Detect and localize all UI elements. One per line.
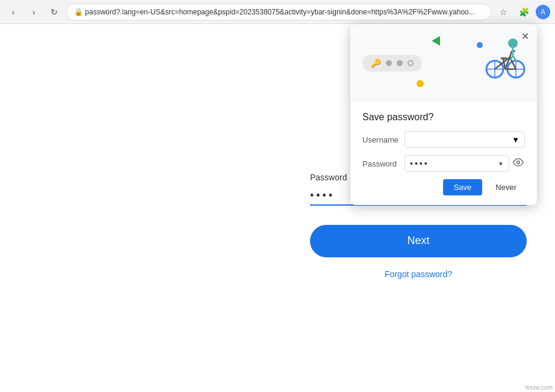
svg-point-15 bbox=[508, 38, 518, 48]
next-button[interactable]: Next bbox=[310, 225, 527, 257]
lock-icon: 🔒 bbox=[74, 8, 83, 16]
star-button[interactable]: ☆ bbox=[495, 4, 512, 20]
dot-filled-2 bbox=[397, 60, 403, 66]
pwd-eye-icon[interactable] bbox=[512, 156, 525, 171]
left-panel bbox=[0, 24, 282, 392]
extension-button[interactable]: 🧩 bbox=[515, 4, 532, 20]
reload-button[interactable]: ↻ bbox=[46, 4, 63, 20]
blue-dot-decoration bbox=[477, 42, 483, 48]
password-field: Password •••• ▼ bbox=[362, 155, 525, 172]
back-button[interactable]: ‹ bbox=[5, 4, 22, 20]
pwd-chevron-icon[interactable]: ▼ bbox=[498, 161, 504, 167]
username-dropdown[interactable]: ▼ bbox=[405, 131, 525, 148]
key-bubble: 🔑 bbox=[362, 55, 422, 72]
key-icon: 🔑 bbox=[371, 58, 381, 68]
dot-empty-1 bbox=[408, 60, 414, 66]
dialog-body: Save password? Username ▼ Password •••• … bbox=[350, 102, 537, 205]
save-button[interactable]: Save bbox=[443, 179, 483, 195]
never-button[interactable]: Never bbox=[487, 179, 525, 195]
username-chevron-icon: ▼ bbox=[512, 135, 519, 144]
watermark: wsxw.com bbox=[525, 384, 553, 391]
yellow-dot-decoration bbox=[417, 80, 424, 87]
username-field: Username ▼ bbox=[362, 131, 525, 148]
browser-chrome: ‹ › ↻ 🔒 password?.lang=en-US&src=homepag… bbox=[0, 0, 555, 24]
svg-point-20 bbox=[517, 161, 520, 164]
address-bar[interactable]: 🔒 password?.lang=en-US&src=homepage&pspi… bbox=[66, 4, 491, 20]
svg-line-11 bbox=[510, 51, 512, 57]
dialog-password-wrapper: •••• ▼ bbox=[405, 155, 525, 172]
pwd-input-wrapper: •••• ▼ bbox=[405, 155, 509, 172]
dialog-title: Save password? bbox=[362, 112, 525, 123]
green-arrow-decoration bbox=[432, 36, 440, 46]
svg-line-17 bbox=[512, 51, 513, 51]
dot-filled-1 bbox=[386, 60, 392, 66]
pwd-dots: •••• bbox=[410, 159, 429, 168]
url-text: password?.lang=en-US&src=homepage&pspid=… bbox=[85, 8, 474, 16]
dialog-actions: Save Never bbox=[362, 179, 525, 195]
dialog-close-button[interactable]: ✕ bbox=[518, 29, 532, 43]
dialog-password-label: Password bbox=[362, 159, 405, 168]
dialog-illustration: 🔑 bbox=[350, 24, 537, 102]
page-background: to finish sign in Password Next Forgot p… bbox=[0, 24, 555, 392]
profile-button[interactable]: A bbox=[536, 5, 550, 19]
username-label: Username bbox=[362, 135, 405, 144]
forward-button[interactable]: › bbox=[25, 4, 42, 20]
forgot-password-link[interactable]: Forgot password? bbox=[310, 269, 527, 279]
save-password-dialog: 🔑 bbox=[350, 24, 537, 205]
